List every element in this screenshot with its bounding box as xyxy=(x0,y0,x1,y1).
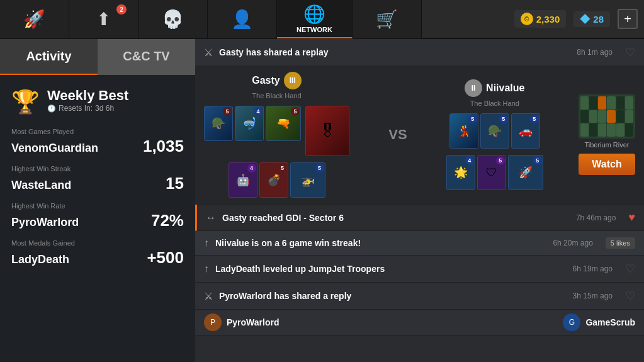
gem-currency: 28 xyxy=(573,11,610,27)
player1-cards: 5 🪖 4 🤿 5 🔫 xyxy=(204,106,349,156)
nav-shop[interactable]: 🛒 xyxy=(353,0,422,38)
right-panel: ⚔ Gasty has shared a replay 8h 1m ago ♡ … xyxy=(195,39,644,362)
levelup-text: LadyDeath leveled up JumpJet Troopers xyxy=(215,264,567,274)
stat-label-1: Highest Win Streak xyxy=(11,165,184,173)
gem-icon xyxy=(580,14,590,24)
feed-item-gdi: ↔ Gasty reached GDI - Sector 6 7h 46m ag… xyxy=(195,205,644,231)
stat-win-rate: Highest Win Rate PyroWarlord 72% xyxy=(11,202,184,230)
missions-icon: 🚀 xyxy=(23,9,45,30)
map-hex xyxy=(607,123,615,137)
left-content: 🏆 Weekly Best 🕐 Resets In: 3d 6h Most Ga… xyxy=(0,75,195,362)
card-badge: 4 xyxy=(247,164,256,173)
player2-cards-row2: 4 🌟 5 🛡 5 🚀 xyxy=(446,155,543,190)
card-slot: 5 🔫 xyxy=(266,106,301,141)
currency-area: © 2,330 28 + xyxy=(514,9,644,29)
map-hex xyxy=(616,110,624,123)
stat-name-1: WasteLand xyxy=(11,179,71,192)
levelup-time: 6h 19m ago xyxy=(573,264,613,273)
watch-button[interactable]: Watch xyxy=(579,154,635,175)
shop-icon: 🛒 xyxy=(376,9,398,30)
map-area: Tiberium River Watch xyxy=(579,94,635,175)
top-navigation: 🚀 ⬆ 2 💀 👤 🌐 NETWORK 🛒 © 2,330 28 + xyxy=(0,0,644,39)
replay1-heart[interactable]: ♡ xyxy=(625,45,635,59)
gdi-text: Gasty reached GDI - Sector 6 xyxy=(222,213,570,223)
stat-label-3: Most Medals Gained xyxy=(11,239,184,247)
card-badge: 5 xyxy=(291,107,300,116)
map-preview xyxy=(579,94,635,139)
gdi-heart[interactable]: ♥ xyxy=(628,211,635,224)
map-hex xyxy=(598,110,606,123)
map-hex xyxy=(625,110,633,123)
card-slot: 5 🪖 xyxy=(480,113,509,149)
stat-medals: Most Medals Gained LadyDeath +500 xyxy=(11,239,184,268)
vs-text: VS xyxy=(388,127,407,143)
likes-badge: 5 likes xyxy=(606,237,635,249)
player2-name: Niivalue xyxy=(486,82,524,94)
plus-button[interactable]: + xyxy=(618,9,638,29)
player1-header: Gasty III xyxy=(252,72,301,89)
card-badge: 4 xyxy=(465,156,474,165)
nav-profile[interactable]: 👤 xyxy=(208,0,277,38)
player1-faction: The Black Hand xyxy=(252,92,301,99)
stat-label-2: Highest Win Rate xyxy=(11,202,184,210)
mini-avatar-game: G xyxy=(563,314,580,331)
gem-value: 28 xyxy=(593,14,604,25)
map-hex xyxy=(580,123,589,137)
bottom-players: P PyroWarlord G GameScrub xyxy=(195,310,644,335)
map-hex xyxy=(589,96,597,110)
replay1-header: ⚔ Gasty has shared a replay 8h 1m ago ♡ xyxy=(195,39,644,65)
card-badge: 5 xyxy=(533,156,542,165)
map-name: Tiberium River xyxy=(584,141,629,149)
streak-time: 6h 20m ago xyxy=(553,239,592,247)
gold-value: 2,330 xyxy=(536,14,560,25)
nav-upgrades[interactable]: ⬆ 2 xyxy=(69,0,138,38)
streak-text: Niivalue is on a 6 game win streak! xyxy=(215,238,546,248)
replay2-icon: ⚔ xyxy=(204,290,213,302)
stat-value-2: 72% xyxy=(151,211,184,230)
replay2-time: 3h 15m ago xyxy=(573,291,613,300)
nav-missions[interactable]: 🚀 xyxy=(0,0,69,38)
map-hex xyxy=(589,110,597,123)
stat-name-0: VenomGuardian xyxy=(11,142,98,155)
gdi-header: ↔ Gasty reached GDI - Sector 6 7h 46m ag… xyxy=(197,205,644,230)
gold-icon: © xyxy=(521,13,533,25)
map-hex xyxy=(598,123,606,137)
replay2-heart[interactable]: ♡ xyxy=(625,289,635,303)
replay1-text: Gasty has shared a replay xyxy=(219,47,570,57)
nav-network[interactable]: 🌐 NETWORK xyxy=(277,0,353,38)
card-slot: 5 💃 xyxy=(449,113,478,149)
feed-item-bottom: P PyroWarlord G GameScrub xyxy=(195,310,644,336)
card-badge: 5 xyxy=(468,115,477,123)
streak-icon: ↑ xyxy=(204,237,209,249)
card-slot: 5 🚁 xyxy=(290,162,325,198)
levelup-heart[interactable]: ♡ xyxy=(625,262,635,276)
player2-side: II Niivalue The Black Hand 5 💃 5 xyxy=(446,79,543,190)
profile-icon: 👤 xyxy=(231,9,253,30)
card-slot: 5 💣 xyxy=(259,162,288,198)
stat-label-0: Most Games Played xyxy=(11,128,184,135)
players-row: Gasty III The Black Hand 5 🪖 xyxy=(204,72,635,198)
tab-activity[interactable]: Activity xyxy=(0,39,98,75)
card-badge: 4 xyxy=(254,107,263,116)
stat-most-games: Most Games Played VenomGuardian 1,035 xyxy=(11,128,184,156)
stat-value-0: 1,035 xyxy=(143,137,184,156)
upgrades-icon: ⬆ xyxy=(96,9,111,30)
card-badge: 5 xyxy=(223,107,232,116)
player1-rank: III xyxy=(284,72,302,89)
weekly-best-subtitle: 🕐 Resets In: 3d 6h xyxy=(47,104,128,113)
nav-skull[interactable]: 💀 xyxy=(138,0,208,38)
replay-card: Gasty III The Black Hand 5 🪖 xyxy=(195,65,644,204)
replay2-text: PyroWarlord has shared a reply xyxy=(219,291,567,301)
map-hex xyxy=(607,110,615,123)
card-slot: 5 🚀 xyxy=(508,155,543,190)
skull-icon: 💀 xyxy=(162,9,184,30)
player1-name: Gasty xyxy=(252,75,280,86)
gdi-time: 7h 46m ago xyxy=(576,213,616,222)
tab-cnctv[interactable]: C&C TV xyxy=(98,39,195,75)
card-badge: 5 xyxy=(315,164,324,173)
map-hex xyxy=(616,123,624,137)
upgrades-badge: 2 xyxy=(116,4,127,14)
card-slot-main: 🎖 xyxy=(305,106,349,156)
levelup-icon: ↑ xyxy=(204,263,209,274)
weekly-best-section: 🏆 Weekly Best 🕐 Resets In: 3d 6h xyxy=(11,88,184,115)
